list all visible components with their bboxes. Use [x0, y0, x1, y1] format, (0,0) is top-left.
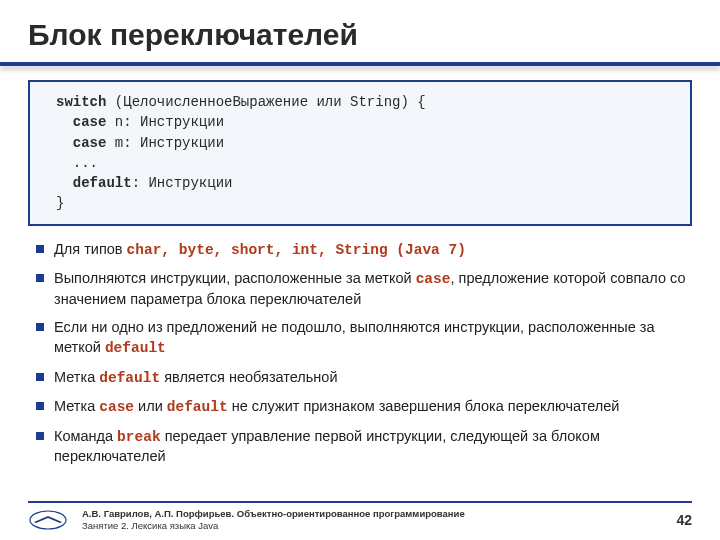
logo-icon [28, 509, 68, 531]
list-item: Метка default является необязательной [36, 368, 692, 389]
footer-content: А.В. Гаврилов, А.П. Порфирьев. Объектно-… [28, 508, 692, 532]
bullet-list: Для типов char, byte, short, int, String… [28, 240, 692, 467]
slide: Блок переключателей switch (Целочисленно… [0, 0, 720, 540]
title-underline [0, 62, 720, 66]
footer-text: А.В. Гаврилов, А.П. Порфирьев. Объектно-… [82, 508, 666, 532]
code-line: ... [56, 153, 676, 173]
list-item: Для типов char, byte, short, int, String… [36, 240, 692, 261]
code-line: case m: Инструкции [56, 133, 676, 153]
list-item: Команда break передает управление первой… [36, 427, 692, 467]
footer-line2: Занятие 2. Лексика языка Java [82, 520, 666, 532]
svg-point-0 [30, 511, 66, 529]
list-item: Если ни одно из предложений не подошло, … [36, 318, 692, 358]
code-line: switch (ЦелочисленноеВыражение или Strin… [56, 92, 676, 112]
list-item: Выполняются инструкции, расположенные за… [36, 269, 692, 309]
footer-line1: А.В. Гаврилов, А.П. Порфирьев. Объектно-… [82, 508, 666, 520]
list-item: Метка case или default не служит признак… [36, 397, 692, 418]
code-block: switch (ЦелочисленноеВыражение или Strin… [28, 80, 692, 226]
code-line: case n: Инструкции [56, 112, 676, 132]
code-line: } [56, 193, 676, 213]
code-line: default: Инструкции [56, 173, 676, 193]
slide-title: Блок переключателей [28, 18, 692, 52]
page-number: 42 [676, 512, 692, 528]
footer: А.В. Гаврилов, А.П. Порфирьев. Объектно-… [0, 501, 720, 532]
footer-divider [28, 501, 692, 503]
